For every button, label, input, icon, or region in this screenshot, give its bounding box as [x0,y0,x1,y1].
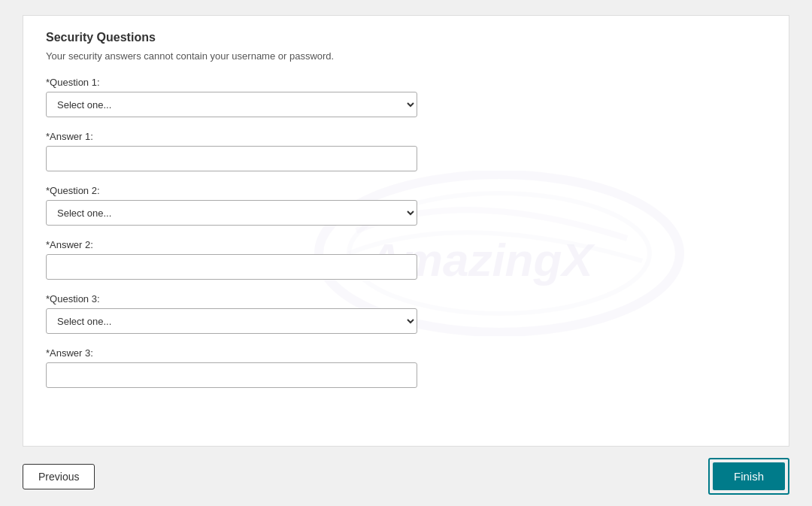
answer3-input[interactable] [46,362,417,388]
form-content: Security Questions Your security answers… [46,31,766,388]
finish-button[interactable]: Finish [713,462,785,490]
answer1-input[interactable] [46,146,417,171]
answer2-group: *Answer 2: [46,239,766,280]
question2-select[interactable]: Select one... [46,200,417,226]
section-subtitle: Your security answers cannot contain you… [46,50,766,62]
answer3-label: *Answer 3: [46,347,766,359]
question1-label: *Question 1: [46,77,766,88]
section-title: Security Questions [46,31,766,44]
answer2-label: *Answer 2: [46,239,766,250]
bottom-bar: Previous Finish [0,447,812,506]
question2-group: *Question 2: Select one... [46,185,766,226]
question1-group: *Question 1: Select one... [46,77,766,117]
question1-select[interactable]: Select one... [46,92,417,117]
answer1-label: *Answer 1: [46,131,766,142]
question3-group: *Question 3: Select one... [46,293,766,334]
answer2-input[interactable] [46,254,417,280]
finish-wrapper: Finish [708,458,789,495]
question2-label: *Question 2: [46,185,766,196]
page-container: AmazingX Security Questions Your securit… [0,0,812,506]
answer3-group: *Answer 3: [46,347,766,388]
form-card: AmazingX Security Questions Your securit… [23,15,789,447]
question3-label: *Question 3: [46,293,766,305]
previous-button[interactable]: Previous [23,464,95,489]
answer1-group: *Answer 1: [46,131,766,171]
question3-select[interactable]: Select one... [46,308,417,334]
